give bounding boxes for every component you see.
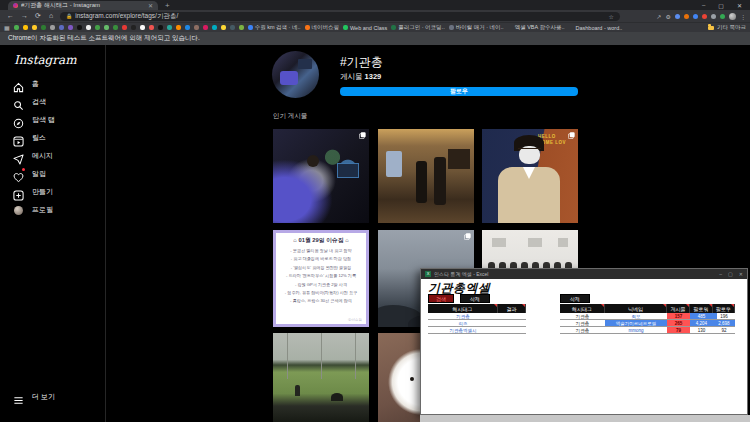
nickname-link[interactable]: mmong [628,328,643,333]
new-tab-icon[interactable]: + [165,1,170,10]
table-row[interactable]: 기관총엑셀시 [428,327,526,334]
bookmark-favicon[interactable] [77,25,82,30]
excel-window[interactable]: X 인스타 통계 엑셀 - Excel – ▢ ✕ 기관총엑셀 검색 삭제 삭제… [420,268,748,415]
bookmark-favicon[interactable] [59,25,64,30]
extension-icon[interactable] [693,14,698,19]
bookmark-star-icon[interactable]: ☆ [609,13,614,20]
bookmark-favicon[interactable] [50,25,55,30]
hashtag-link[interactable]: 리즈 [459,321,468,326]
sidebar-item-reels[interactable]: 릴스 [13,131,46,145]
sidebar-item-search[interactable]: 검색 [13,95,46,109]
bookmark-item[interactable]: 바이럴 매거 · 네이.. [449,24,504,31]
sidebar-item-messages[interactable]: 메시지 [13,149,53,163]
bookmark-item[interactable]: 플러그인 · 어코딩.. [391,24,444,31]
bookmark-favicon[interactable] [239,25,244,30]
extension-icon[interactable] [702,14,707,19]
hashtag-link[interactable]: 기관총 [456,314,470,319]
kebab-menu-icon[interactable]: ⋮ [740,13,746,20]
post-tile[interactable] [273,333,369,422]
back-icon[interactable]: ← [7,12,14,19]
extension-icon[interactable] [720,14,725,19]
bookmark-favicon[interactable] [149,25,154,30]
bookmark-favicon[interactable] [167,25,172,30]
table-row[interactable]: 리즈 [428,320,526,327]
excel-titlebar[interactable]: X 인스타 통계 엑셀 - Excel – ▢ ✕ [421,269,747,279]
bookmark-favicon[interactable] [221,25,226,30]
sidebar-item-explore[interactable]: 탐색 탭 [13,113,55,127]
instagram-logo[interactable]: Instagram [14,53,77,67]
reload-icon[interactable]: ⟳ [35,12,41,20]
profile-avatar[interactable] [729,13,736,20]
bookmark-label: 네이버쇼핑 [312,24,340,31]
table-row[interactable]: 기관총 최모 157 485 196 [560,313,736,320]
sidebar-label: 만들기 [32,187,53,197]
bookmark-favicon[interactable] [131,25,136,30]
hashtag-avatar[interactable] [272,51,319,98]
bookmark-favicon[interactable] [212,25,217,30]
browser-tab[interactable]: #기관총 해시태그 - Instagram ✕ [8,1,158,10]
bookmark-item[interactable]: Web and Class [343,25,387,31]
bookmark-favicon[interactable] [203,25,208,30]
minimize-icon[interactable]: – [719,271,722,277]
follow-button[interactable]: 팔로우 [340,87,578,96]
close-icon[interactable]: ✕ [739,271,743,277]
bookmark-favicon[interactable] [185,25,190,30]
delete-button[interactable]: 삭제 [460,294,490,303]
minimize-icon[interactable]: – [702,2,705,8]
bookmark-item[interactable]: 수원 km 검색 · 네.. [248,24,301,31]
hashtag-link[interactable]: 기관총엑셀시 [450,328,477,333]
post-tile-issue-card[interactable]: ⌂ 01월 29일 이슈집 ⌂ - 문경선 엘리움 첫날 내 최고 청약 - 최… [273,230,369,327]
bookmark-favicon[interactable] [86,25,91,30]
bookmark-favicon[interactable] [176,25,181,30]
extension-icon[interactable] [711,14,716,19]
bookmark-favicon[interactable] [113,25,118,30]
url-text[interactable]: instagram.com/explore/tags/기관총/ [75,12,605,21]
tab-close-icon[interactable]: ✕ [148,2,153,9]
bookmark-favicon[interactable] [158,25,163,30]
share-icon[interactable]: ↗ [657,13,662,20]
nickname-link[interactable]: 액슬가미르네프로필 [616,321,657,326]
table-row[interactable]: 기관총 mmong 79 130 92 [560,327,736,334]
nickname-link[interactable]: 최모 [632,314,641,319]
table-row[interactable]: 기관총 액슬가미르네프로필 265 4,204 2,698 [560,320,736,327]
taskbar-sliver [420,415,750,422]
post-tile[interactable] [273,129,369,223]
sidebar-item-create[interactable]: 만들기 [13,185,53,199]
bookmark-favicon[interactable] [95,25,100,30]
post-tile[interactable]: HELLOHOME LOV [482,129,578,223]
bookmark-favicon[interactable] [104,25,109,30]
maximize-icon[interactable]: ▢ [718,2,724,9]
bookmark-favicon[interactable] [32,25,37,30]
sidebar-item-home[interactable]: 홈 [13,77,39,91]
url-bar[interactable]: 🔒 instagram.com/explore/tags/기관총/ ☆ [60,12,620,21]
forward-icon[interactable]: → [21,12,28,19]
table-row[interactable]: 기관총 [428,313,526,320]
extension-icon[interactable] [675,14,680,19]
delete-button-2[interactable]: 삭제 [560,294,590,303]
sidebar-item-more[interactable]: 더 보기 [13,390,55,404]
maximize-icon[interactable]: ▢ [728,271,733,277]
sidebar-item-profile[interactable]: 프로필 [13,203,53,217]
home-icon[interactable]: ⌂ [49,12,53,19]
bookmark-favicon[interactable] [140,25,145,30]
bookmark-favicon[interactable] [68,25,73,30]
bookmark-item[interactable]: 네이버쇼핑 [305,24,340,31]
bookmark-favicon[interactable] [230,25,235,30]
result-cell [498,327,526,334]
search-button[interactable]: 검색 [428,294,454,303]
sidebar-item-notifications[interactable]: 알림 [13,167,46,181]
bookmark-favicon[interactable] [41,25,46,30]
post-tile[interactable] [378,129,474,223]
apps-grid-icon[interactable]: ▦ [4,24,10,31]
bookmark-item[interactable]: 엑셀 VBA 함수사용.. [508,24,565,31]
bookmark-favicon[interactable] [23,25,28,30]
bookmark-favicon[interactable] [14,25,19,30]
extensions-icon[interactable]: ⚙ [666,13,671,20]
extension-icon[interactable] [684,14,689,19]
bookmark-favicon[interactable] [122,25,127,30]
bookmarks-bar: ▦ 수원 km 검색 · 네.. 네이버쇼핑 Web and Class 플러그… [0,22,750,32]
bookmark-item[interactable]: Dashboard - word.. [568,25,622,31]
close-icon[interactable]: ✕ [737,2,742,9]
other-bookmarks[interactable]: 기타 북마크 [708,24,746,31]
bookmark-favicon[interactable] [194,25,199,30]
